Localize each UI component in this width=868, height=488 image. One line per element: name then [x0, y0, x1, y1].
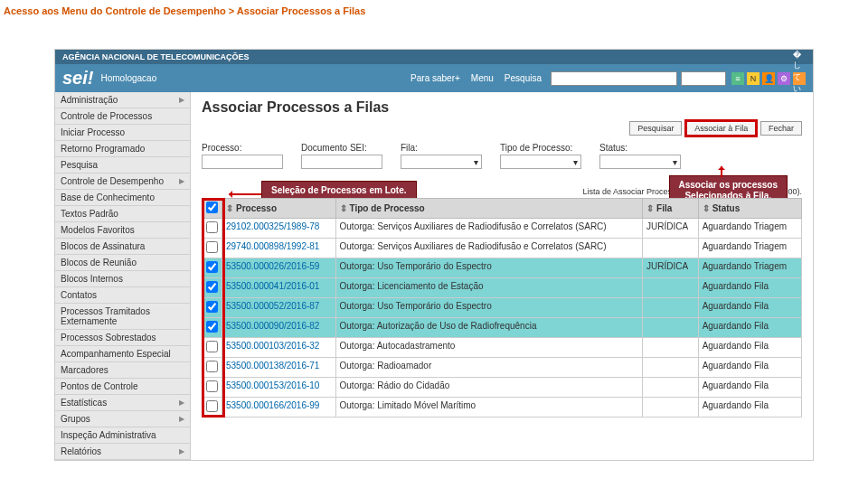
- cell-processo[interactable]: 53500.000103/2016-32: [222, 338, 336, 358]
- breadcrumb: Acesso aos Menu do Controle de Desempenh…: [0, 0, 868, 22]
- cell-tipo: Outorga: Radioamador: [335, 358, 643, 378]
- col-tipo[interactable]: ⇕Tipo de Processo: [335, 199, 643, 219]
- cell-processo[interactable]: 53500.000052/2016-87: [222, 298, 336, 318]
- row-checkbox[interactable]: [206, 301, 218, 313]
- table-row: 53500.000041/2016-01Outorga: Licenciamen…: [203, 278, 802, 298]
- cell-processo[interactable]: 53500.000090/2016-82: [222, 318, 336, 338]
- sidebar-item[interactable]: Inspeção Administrativa: [55, 427, 190, 444]
- sidebar-item[interactable]: Blocos Internos: [55, 271, 190, 287]
- filter-processo[interactable]: [202, 155, 283, 169]
- page-title: Associar Processos a Filas: [202, 99, 802, 116]
- row-checkbox[interactable]: [206, 221, 218, 233]
- arrow-to-checkbox: [229, 193, 261, 195]
- cell-processo[interactable]: 29740.000898/1992-81: [222, 239, 336, 258]
- cell-fila: [643, 378, 699, 398]
- user-icon[interactable]: 👤: [762, 72, 775, 85]
- cell-fila: [643, 298, 699, 318]
- table-row: 53500.000026/2016-59Outorga: Uso Temporá…: [203, 258, 802, 278]
- sidebar-item[interactable]: Administração▶: [55, 92, 190, 108]
- cell-status: Aguardando Triagem: [698, 258, 801, 278]
- sidebar-item[interactable]: Retorno Programado: [55, 141, 190, 157]
- cell-processo[interactable]: 53500.000041/2016-01: [222, 278, 336, 298]
- sidebar-item[interactable]: Blocos de Assinatura: [55, 239, 190, 255]
- sidebar-item[interactable]: Pesquisa: [55, 157, 190, 174]
- sidebar-item[interactable]: Pontos de Controle: [55, 379, 190, 395]
- callout-selecao-lote: Seleção de Processos em Lote.: [261, 181, 417, 200]
- sidebar-item[interactable]: Grupos▶: [55, 411, 190, 427]
- filter-documento[interactable]: [301, 155, 382, 169]
- sidebar-item[interactable]: Contatos: [55, 287, 190, 304]
- row-checkbox[interactable]: [206, 321, 218, 333]
- associar-fila-button[interactable]: Associar à Fila: [686, 121, 756, 136]
- cell-tipo: Outorga: Licenciamento de Estação: [335, 278, 643, 298]
- cell-processo[interactable]: 53500.000166/2016-99: [222, 398, 336, 418]
- cell-processo[interactable]: 53500.000026/2016-59: [222, 258, 336, 278]
- search-input[interactable]: [551, 71, 677, 86]
- sidebar-item[interactable]: Processos Sobrestados: [55, 330, 190, 346]
- cell-fila: [643, 239, 699, 258]
- cell-fila: JURÍDICA: [643, 258, 699, 278]
- row-checkbox[interactable]: [206, 341, 218, 352]
- row-checkbox[interactable]: [206, 241, 218, 253]
- label-status: Status:: [599, 143, 681, 153]
- cell-status: Aguardando Fila: [698, 378, 801, 398]
- table-row: 53500.000090/2016-82Outorga: Autorização…: [203, 318, 802, 338]
- filter-status[interactable]: ▾: [599, 155, 681, 169]
- link-menu[interactable]: Menu: [471, 73, 494, 83]
- fechar-button[interactable]: Fechar: [760, 121, 802, 136]
- cell-processo[interactable]: 53500.000153/2016-10: [222, 378, 336, 398]
- cell-status: Aguardando Fila: [698, 318, 801, 338]
- table-row: 53500.000052/2016-87Outorga: Uso Temporá…: [203, 298, 802, 318]
- row-checkbox[interactable]: [206, 261, 218, 273]
- sidebar-item[interactable]: Iniciar Processo: [55, 125, 190, 141]
- sidebar-item[interactable]: Relatórios▶: [55, 444, 190, 460]
- link-saber[interactable]: Para saber+: [410, 73, 460, 83]
- sidebar-item[interactable]: Acompanhamento Especial: [55, 346, 190, 362]
- exit-icon[interactable]: �している: [793, 72, 806, 85]
- select-all-checkbox[interactable]: [206, 202, 218, 213]
- label-fila: Fila:: [401, 143, 482, 153]
- sidebar-item[interactable]: Controle de Processos: [55, 108, 190, 125]
- col-processo[interactable]: ⇕Processo: [222, 199, 336, 219]
- table-row: 29740.000898/1992-81Outorga: Serviços Au…: [203, 239, 802, 258]
- row-checkbox[interactable]: [206, 361, 218, 372]
- pesquisar-button[interactable]: Pesquisar: [629, 121, 682, 136]
- cell-tipo: Outorga: Serviços Auxiliares de Radiodif…: [335, 239, 643, 258]
- row-checkbox[interactable]: [206, 400, 218, 412]
- sidebar-item[interactable]: Marcadores: [55, 362, 190, 379]
- cell-status: Aguardando Fila: [698, 338, 801, 358]
- cell-tipo: Outorga: Autorização de Uso de Radiofreq…: [335, 318, 643, 338]
- col-status[interactable]: ⇕Status: [698, 199, 801, 219]
- header: sei! Homologacao Para saber+ Menu Pesqui…: [55, 64, 813, 92]
- cell-fila: JURÍDICA: [643, 219, 699, 239]
- env-label: Homologacao: [100, 73, 156, 83]
- table-row: 53500.000138/2016-71Outorga: Radioamador…: [203, 358, 802, 378]
- sidebar-item[interactable]: Processos Tramitados Externamente: [55, 304, 190, 330]
- cell-fila: [643, 318, 699, 338]
- cell-status: Aguardando Fila: [698, 298, 801, 318]
- table-row: 29102.000325/1989-78Outorga: Serviços Au…: [203, 219, 802, 239]
- cell-processo[interactable]: 29102.000325/1989-78: [222, 219, 336, 239]
- row-checkbox[interactable]: [206, 380, 218, 392]
- sidebar-item[interactable]: Textos Padrão: [55, 206, 190, 222]
- sidebar-item[interactable]: Estatísticas▶: [55, 395, 190, 411]
- filter-tipo[interactable]: ▾: [500, 155, 581, 169]
- cell-fila: [643, 278, 699, 298]
- row-checkbox[interactable]: [206, 281, 218, 293]
- sidebar-item[interactable]: Controle de Desempenho▶: [55, 174, 190, 190]
- sidebar-item[interactable]: Modelos Favoritos: [55, 222, 190, 239]
- cell-fila: [643, 338, 699, 358]
- cell-processo[interactable]: 53500.000138/2016-71: [222, 358, 336, 378]
- logo: sei!: [62, 68, 93, 89]
- agency-bar: AGÊNCIA NACIONAL DE TELECOMUNICAÇÕES: [55, 50, 813, 64]
- sidebar-item[interactable]: Base de Conhecimento: [55, 190, 190, 206]
- unit-select[interactable]: CRLE▾: [681, 71, 726, 86]
- filter-fila[interactable]: ▾: [401, 155, 482, 169]
- settings-icon[interactable]: ⚙: [778, 72, 790, 85]
- label-tipo: Tipo de Processo:: [500, 143, 581, 153]
- notes-icon[interactable]: N: [747, 72, 760, 85]
- menu-icon[interactable]: ≡: [731, 72, 744, 85]
- col-fila[interactable]: ⇕Fila: [643, 199, 699, 219]
- sidebar-item[interactable]: Blocos de Reunião: [55, 255, 190, 271]
- arrow-to-button: [721, 166, 722, 177]
